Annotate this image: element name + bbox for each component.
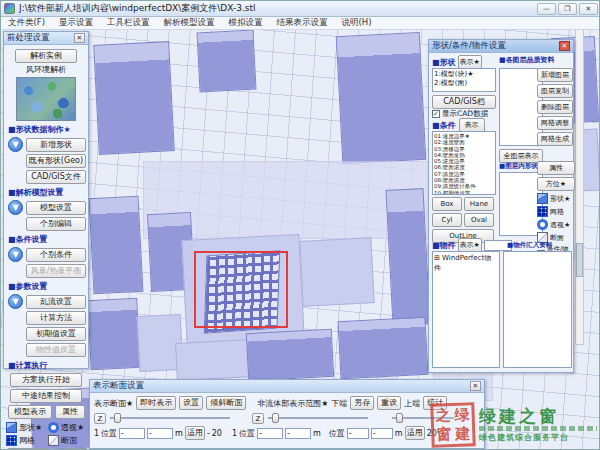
attribute-button[interactable]: 属性 <box>55 405 85 419</box>
z-axis-button[interactable]: Z <box>94 413 106 424</box>
hane-primitive-button[interactable]: Hane <box>464 197 494 211</box>
watermark-title: 绿建之窗 <box>479 407 597 425</box>
condition-list[interactable]: 01:速度边界★02:速度壁面03:滑移边界04:壁面发热05:浓度边界06:壁… <box>432 131 496 195</box>
shape-label: ■形状 <box>432 57 456 68</box>
maximize-icon[interactable]: ❐ <box>558 3 577 15</box>
position-label: 位置 <box>329 428 345 439</box>
menu-item[interactable]: 模拟设置 <box>222 17 270 29</box>
existing-shape-button[interactable]: 既有形状(Geo) <box>26 154 86 168</box>
analysis-case-button[interactable]: 解析实例 <box>15 49 77 63</box>
object-import-list[interactable] <box>503 251 572 368</box>
scrollbar-thumb[interactable] <box>576 243 583 277</box>
close-icon[interactable]: ✕ <box>579 3 598 15</box>
cyl-primitive-button[interactable]: Cyl <box>432 213 462 227</box>
grid-tool-button[interactable]: 网格 <box>537 206 575 217</box>
set-button[interactable]: 设置 <box>179 396 203 410</box>
menu-item[interactable]: 工具栏设置 <box>100 17 157 29</box>
layer-button[interactable]: 新增图层 <box>537 68 573 82</box>
new-shape-button[interactable]: 新增形状 <box>26 138 86 152</box>
shape-list[interactable]: 1:模型(块)★2:模型(面) <box>432 68 496 92</box>
window-title: J:\软件部新人培训内容\windperfectDX\案例文件\DX-3.stl <box>19 2 535 15</box>
lower-range-slider[interactable] <box>268 412 368 424</box>
condition-show-button[interactable]: 表示 <box>459 118 485 132</box>
menu-item[interactable]: 显示设置 <box>52 17 100 29</box>
building-block <box>338 317 429 380</box>
unit-label: m <box>313 429 321 438</box>
cube-icon <box>537 193 548 204</box>
layer-button[interactable]: 网格调整 <box>537 116 573 130</box>
model-settings-button[interactable]: 模型设置 <box>26 201 86 215</box>
checkbox-checked-icon[interactable]: ✓ <box>432 110 440 118</box>
scop-panel-titlebar[interactable]: 形状/条件/物件设置 ✕ <box>429 40 573 53</box>
minimize-icon[interactable]: — <box>537 3 556 15</box>
condition-list-item[interactable]: 10:初期值设定 <box>434 190 494 195</box>
reset-button[interactable]: 重设 <box>377 396 401 410</box>
down-arrow-icon: ▼ <box>8 294 23 309</box>
slider-knob[interactable] <box>114 413 121 423</box>
model-display-button[interactable]: 模型表示 <box>8 405 52 419</box>
shape-tool-button[interactable]: 形状★ <box>537 193 575 204</box>
section-panel-titlebar[interactable]: 表示断面设置 ✕ <box>90 380 484 393</box>
layer-quality-label: ■各图层品质资料 <box>499 55 555 65</box>
individual-condition-button[interactable]: 个别条件 <box>26 248 86 262</box>
menu-bar: 文件类(F)显示设置工具栏设置解析模型设置模拟设置结果表示设置说明(H) <box>1 17 600 30</box>
turbulence-settings-button[interactable]: 乱流设置 <box>26 295 86 309</box>
object-tree[interactable]: ⊞ WindPerfect物件 <box>432 251 500 368</box>
section-tool-button[interactable]: 断面 <box>48 435 88 446</box>
mid-result-button[interactable]: 中途结果控制 <box>10 389 82 403</box>
shape-list-item[interactable]: 1:模型(块)★ <box>434 70 494 79</box>
perspective-tool-button[interactable]: 透视★ <box>537 219 575 230</box>
position-input[interactable] <box>285 428 311 439</box>
layer-button[interactable]: 图层复制 <box>537 84 573 98</box>
slider-knob[interactable] <box>396 413 403 423</box>
close-icon[interactable]: ✕ <box>559 41 570 51</box>
object-show-button[interactable]: 表示★ <box>458 238 482 252</box>
left-value: 20 <box>212 429 222 438</box>
vertical-scrollbar[interactable] <box>575 27 584 345</box>
position-input[interactable] <box>119 428 145 439</box>
slider-knob[interactable] <box>272 413 279 423</box>
position-input[interactable] <box>371 428 393 439</box>
oval-primitive-button[interactable]: Oval <box>464 213 494 227</box>
section-slider[interactable] <box>110 412 230 424</box>
layer-button[interactable]: 网格生成 <box>537 132 573 146</box>
cad-gis-archive-button[interactable]: CAD/GIS档 <box>432 95 496 109</box>
preprocess-panel-titlebar[interactable]: 前处理设置 ✕ <box>4 32 88 45</box>
app-window: J:\软件部新人培训内容\windperfectDX\案例文件\DX-3.stl… <box>0 0 600 450</box>
menu-item[interactable]: 解析模型设置 <box>157 17 222 29</box>
box-primitive-button[interactable]: Box <box>432 197 462 211</box>
calc-method-button[interactable]: 计算方法 <box>26 311 86 325</box>
shape-show-button[interactable]: 表示★ <box>458 55 482 69</box>
building-block <box>385 188 430 326</box>
close-icon[interactable]: ✕ <box>470 381 481 391</box>
position-input[interactable] <box>347 428 369 439</box>
apply-button[interactable]: 适用 <box>185 426 205 440</box>
position-input[interactable] <box>257 428 283 439</box>
orientation-button[interactable]: 方位★ <box>537 177 575 191</box>
tilt-section-button[interactable]: 倾斜断面 <box>206 396 246 410</box>
scop-panel-title: 形状/条件/物件设置 <box>432 40 506 52</box>
grid-tool-button[interactable]: 网格 <box>6 435 48 446</box>
menu-item[interactable]: 文件类(F) <box>1 17 52 29</box>
individual-edit-button[interactable]: 个别编辑 <box>26 217 86 231</box>
shape-list-item[interactable]: 2:模型(面) <box>434 79 494 88</box>
z-axis-button[interactable]: Z <box>252 413 264 424</box>
save-as-button[interactable]: 另存 <box>350 396 374 410</box>
cad-gis-file-button[interactable]: CAD/GIS文件 <box>26 170 86 184</box>
initial-value-button[interactable]: 初期值设置 <box>26 327 86 341</box>
realtime-display-button[interactable]: 即时表示 <box>136 396 176 410</box>
down-arrow-icon: ▼ <box>8 137 23 152</box>
menu-item[interactable]: 说明(H) <box>335 17 379 29</box>
close-icon[interactable]: ✕ <box>74 33 85 43</box>
attribute-button[interactable]: 属性 <box>537 161 575 175</box>
perspective-tool-button[interactable]: 透视★ <box>48 422 88 433</box>
layer-button[interactable]: 删除图层 <box>537 100 573 114</box>
run-case-button[interactable]: 方案执行开始 <box>10 373 82 387</box>
position-input[interactable] <box>147 428 173 439</box>
object-tree-root[interactable]: ⊞ WindPerfect物件 <box>434 254 491 272</box>
apply-button[interactable]: 适用 <box>405 426 425 440</box>
shape-tool-button[interactable]: 形状★ <box>6 422 48 433</box>
slider-track <box>268 417 368 419</box>
menu-item[interactable]: 结果表示设置 <box>270 17 335 29</box>
section-condition-settings: ■条件设置 <box>8 234 86 245</box>
